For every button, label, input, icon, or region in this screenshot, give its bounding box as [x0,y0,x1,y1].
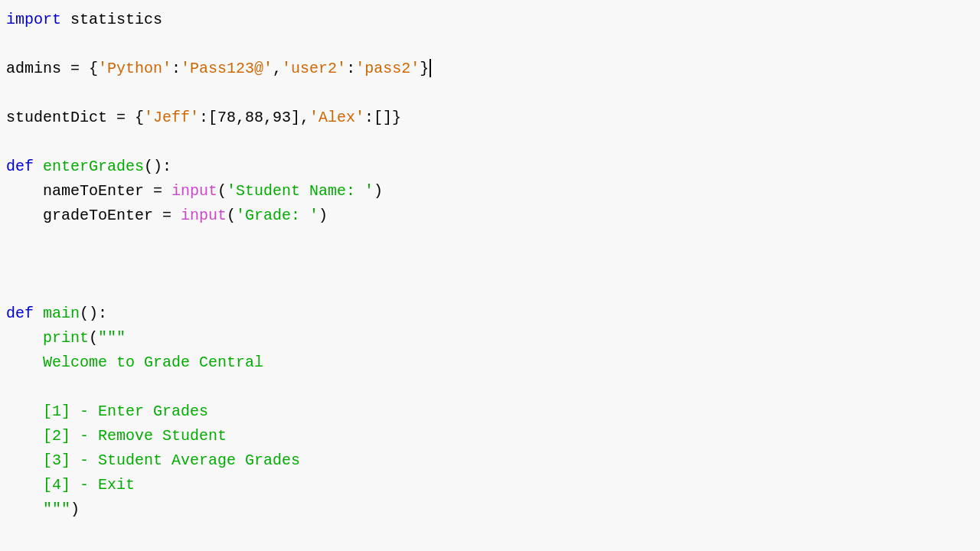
code-token: Welcome to Grade Central [43,354,263,371]
code-line-1: import statistics [6,8,974,32]
code-token: 'Grade: ' [236,207,318,224]
code-line-17: [1] - Enter Grades [6,399,974,424]
code-line-6 [6,130,974,155]
code-token: main [43,305,80,322]
code-token [6,427,43,445]
code-token: input [172,182,217,200]
code-line-14: print(""" [6,326,974,350]
code-token: """ [43,500,70,518]
code-token [6,329,43,347]
code-line-19: [3] - Student Average Grades [6,448,974,473]
code-token: ) [318,207,328,224]
code-token [6,354,43,371]
code-token: } [420,60,429,77]
code-line-21: """) [6,497,974,522]
code-token: ( [227,207,236,224]
code-token [6,476,43,494]
code-token: 'Alex' [309,109,364,126]
code-line-5: studentDict = {'Jeff':[78,88,93],'Alex':… [6,106,974,130]
code-line-22 [6,522,974,546]
code-token: [4] - Exit [43,476,135,494]
code-token: 'pass2' [355,60,420,77]
code-token: [3] - Student Average Grades [43,452,300,469]
code-token: ( [89,329,98,347]
code-line-10 [6,228,974,253]
code-line-11 [6,253,974,277]
code-token: 'Jeff' [144,109,199,126]
code-line-15: Welcome to Grade Central [6,350,974,375]
code-token: admins = { [6,60,98,77]
code-line-12 [6,277,974,302]
code-token: studentDict = { [6,109,144,126]
code-line-8: nameToEnter = input('Student Name: ') [6,179,974,204]
code-token: :[78,88,93], [199,109,309,126]
code-token: [2] - Remove Student [43,427,227,445]
code-token: [1] - Enter Grades [43,403,208,420]
code-token: input [181,207,227,224]
code-line-2 [6,32,974,57]
code-token: 'Pass123@' [181,60,273,77]
code-token: (): [80,305,107,322]
code-token: print [43,329,89,347]
code-token: statistics [61,11,162,28]
code-token: import [6,11,61,28]
code-line-20: [4] - Exit [6,473,974,497]
code-token [6,182,43,200]
code-line-9: gradeToEnter = input('Grade: ') [6,204,974,228]
code-token: :[]} [364,109,401,126]
code-token: 'Python' [98,60,172,77]
code-token: 'Student Name: ' [227,182,374,200]
code-line-16 [6,375,974,399]
code-token [6,500,43,518]
code-token: gradeToEnter = [43,207,181,224]
code-line-4 [6,81,974,106]
code-content: import statistics admins = {'Python':'Pa… [6,8,974,551]
code-token: nameToEnter = [43,182,172,200]
code-line-3: admins = {'Python':'Pass123@','user2':'p… [6,57,974,81]
code-token: , [273,60,282,77]
code-token: def [6,305,43,322]
code-token [6,403,43,420]
code-editor[interactable]: import statistics admins = {'Python':'Pa… [6,8,974,543]
code-line-18: [2] - Remove Student [6,424,974,448]
text-cursor [430,59,431,77]
code-token: enterGrades [43,158,144,175]
code-token: ) [374,182,383,200]
code-token: : [172,60,181,77]
code-token [6,452,43,469]
code-token: : [346,60,355,77]
code-token: ( [217,182,227,200]
code-token [6,207,43,224]
code-line-13: def main(): [6,302,974,326]
code-token: ) [70,500,80,518]
code-line-7: def enterGrades(): [6,155,974,179]
code-token: """ [98,329,126,347]
code-token: (): [144,158,172,175]
code-token: 'user2' [282,60,346,77]
code-line-23: action = input('What would you like to d… [6,546,974,551]
code-token: def [6,158,43,175]
